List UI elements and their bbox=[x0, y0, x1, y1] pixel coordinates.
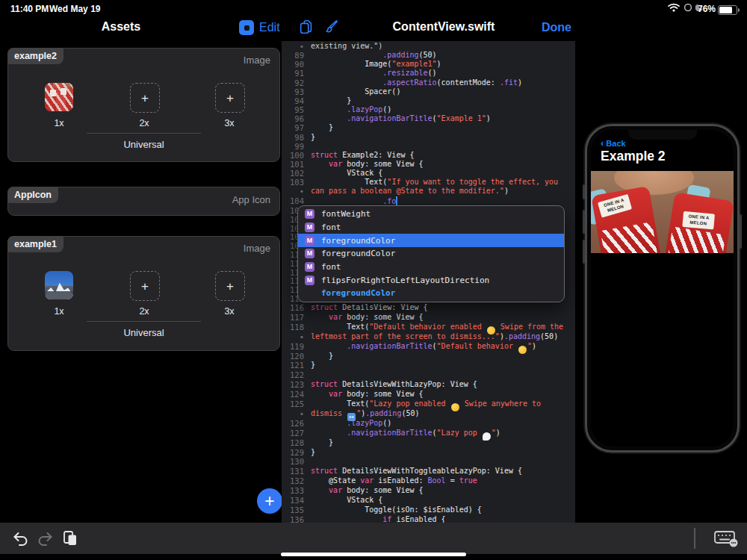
code-line[interactable]: 89 .padding(50) bbox=[282, 51, 575, 60]
autocomplete-item[interactable]: MfontWeight bbox=[298, 208, 564, 221]
asset-slot-2x[interactable]: + bbox=[130, 271, 160, 301]
method-badge-icon: M bbox=[305, 209, 314, 219]
code-text: var body: some View { bbox=[311, 390, 424, 399]
scale-label-2x: 2x bbox=[116, 118, 173, 128]
code-line[interactable]: 122 bbox=[282, 370, 575, 379]
code-line[interactable]: 135 Toggle(isOn: $isEnabled) { bbox=[282, 505, 575, 514]
autocomplete-item[interactable]: MforegroundColor bbox=[298, 247, 564, 261]
code-line[interactable]: 134 VStack { bbox=[282, 496, 575, 505]
duplicate-icon[interactable] bbox=[298, 19, 314, 35]
asset-card-example1[interactable]: example1 Image + + 1x 2x 3x Universal bbox=[7, 236, 280, 351]
home-indicator[interactable] bbox=[281, 553, 466, 556]
code-line[interactable]: 99 bbox=[282, 142, 575, 151]
code-line[interactable]: •existing view.") bbox=[282, 42, 575, 51]
line-number: 89 bbox=[282, 51, 304, 60]
divider bbox=[87, 321, 201, 322]
code-line[interactable]: 103 Text("If you want to toggle the effe… bbox=[282, 178, 575, 187]
code-line[interactable]: 90 Image("example1") bbox=[282, 60, 575, 69]
line-number: 103 bbox=[282, 178, 304, 187]
code-line[interactable]: 129} bbox=[282, 448, 575, 457]
autocomplete-item[interactable]: Mfont bbox=[298, 221, 564, 234]
line-number: 129 bbox=[282, 448, 304, 457]
autocomplete-label: flipsForRightToLeftLayoutDirection bbox=[321, 276, 489, 285]
code-line[interactable]: 101 var body: some View { bbox=[282, 160, 575, 169]
line-number: 90 bbox=[282, 60, 304, 69]
preview-back-button[interactable]: ‹Back bbox=[601, 137, 626, 149]
code-text: VStack { bbox=[311, 169, 382, 178]
edit-button[interactable]: Edit bbox=[259, 21, 280, 34]
line-number: 102 bbox=[282, 169, 304, 178]
add-asset-button[interactable]: + bbox=[257, 488, 282, 514]
autocomplete-item[interactable]: Mfont bbox=[298, 261, 564, 274]
wrap-marker: • bbox=[282, 187, 304, 196]
code-line[interactable]: 92 .aspectRatio(contentMode: .fit) bbox=[282, 78, 575, 87]
asset-thumb-1x[interactable] bbox=[45, 271, 73, 299]
code-text: can pass a boolean @State to the modifie… bbox=[311, 187, 509, 196]
plus-icon: + bbox=[264, 491, 274, 511]
code-line[interactable]: 132 @State var isEnabled: Bool = true bbox=[282, 476, 575, 485]
line-number: 99 bbox=[282, 142, 304, 151]
asset-slot-3x[interactable]: + bbox=[215, 271, 245, 301]
code-line[interactable]: 104 .fo bbox=[282, 196, 575, 205]
code-line[interactable]: 121} bbox=[282, 361, 575, 370]
code-line[interactable]: •can pass a boolean @State to the modifi… bbox=[282, 187, 575, 196]
paste-icon[interactable] bbox=[61, 529, 79, 547]
code-text: .navigationBarTitle("Lazy pop 💬") bbox=[311, 429, 500, 438]
code-line[interactable]: 136 if isEnabled { bbox=[282, 515, 575, 523]
asset-thumb-1x[interactable] bbox=[45, 83, 73, 111]
asset-card-appicon[interactable]: AppIcon App Icon bbox=[7, 187, 280, 216]
status-date: Wed May 19 bbox=[49, 4, 100, 14]
code-line[interactable]: 123struct DetailsViewWithLazyPop: View { bbox=[282, 380, 575, 389]
asset-catalog-mode-button[interactable] bbox=[239, 20, 254, 35]
code-line[interactable]: 127 .navigationBarTitle("Lazy pop 💬") bbox=[282, 429, 575, 438]
done-button[interactable]: Done bbox=[542, 21, 571, 34]
autocomplete-item[interactable]: MforegroundColor bbox=[298, 234, 564, 247]
right-sneaker: ONE IN A MELON bbox=[664, 192, 734, 253]
keyboard-icon[interactable] bbox=[713, 529, 739, 548]
undo-icon[interactable] bbox=[12, 529, 30, 547]
asset-slot-2x[interactable]: + bbox=[130, 83, 160, 113]
file-title: ContentView.swift bbox=[393, 20, 495, 34]
code-text: } bbox=[311, 361, 315, 370]
code-line[interactable]: •leftmost part of the screen to dismiss.… bbox=[282, 332, 575, 341]
plus-icon: + bbox=[226, 280, 234, 293]
code-text: Text("If you want to toggle the effect, … bbox=[311, 178, 558, 187]
code-line[interactable]: 91 .resizable() bbox=[282, 69, 575, 78]
line-number: 91 bbox=[282, 69, 304, 78]
code-line[interactable]: 128 } bbox=[282, 438, 575, 447]
line-number: 135 bbox=[282, 505, 304, 514]
code-line[interactable]: 117 var body: some View { bbox=[282, 313, 575, 322]
battery-percent: 76% bbox=[698, 4, 716, 14]
code-line[interactable]: 119 .navigationBarTitle("Default behavio… bbox=[282, 342, 575, 351]
line-number: 101 bbox=[282, 160, 304, 169]
live-preview-panel: ‹Back Example 2 ONE IN A MELON ONE IN A … bbox=[575, 41, 747, 523]
code-line[interactable]: 130 bbox=[282, 457, 575, 466]
code-line[interactable]: 131struct DetailsViewWithToggleableLazyP… bbox=[282, 467, 575, 476]
code-line[interactable]: 100struct Example2: View { bbox=[282, 151, 575, 160]
code-line[interactable]: 102 VStack { bbox=[282, 169, 575, 178]
redo-icon[interactable] bbox=[36, 529, 54, 547]
autocomplete-item[interactable]: MflipsForRightToLeftLayoutDirection bbox=[298, 273, 564, 287]
code-line[interactable]: 126 .lazyPop() bbox=[282, 419, 575, 428]
code-line[interactable]: 93 Spacer() bbox=[282, 87, 575, 96]
code-line[interactable]: 96 .navigationBarTitle("Example 1") bbox=[282, 114, 575, 123]
code-text: struct DetailsView: View { bbox=[311, 303, 428, 312]
code-editor[interactable]: •existing view.")89 .padding(50)90 Image… bbox=[282, 41, 575, 523]
code-line[interactable]: 120 } bbox=[282, 352, 575, 361]
code-line[interactable]: 125 Text("Lazy pop enabled 😄 Swipe anywh… bbox=[282, 399, 575, 408]
code-line[interactable]: 94 } bbox=[282, 96, 575, 105]
paintbrush-icon[interactable] bbox=[323, 19, 339, 35]
code-line[interactable]: 124 var body: some View { bbox=[282, 390, 575, 399]
code-line[interactable]: 95 .lazyPop() bbox=[282, 105, 575, 114]
code-text: .navigationBarTitle("Example 1") bbox=[311, 114, 491, 123]
code-line[interactable]: •dismiss ↔️").padding(50) bbox=[282, 409, 575, 418]
asset-card-example2[interactable]: example2 Image + + 1x 2x 3x Universal bbox=[7, 48, 280, 162]
code-line[interactable]: 97 } bbox=[282, 123, 575, 132]
code-line[interactable]: 116struct DetailsView: View { bbox=[282, 303, 575, 312]
asset-slot-3x[interactable]: + bbox=[215, 83, 245, 113]
code-line[interactable]: 133 var body: some View { bbox=[282, 486, 575, 495]
preview-title: Example 2 bbox=[601, 149, 666, 164]
code-line[interactable]: 98} bbox=[282, 133, 575, 142]
code-line[interactable]: 118 Text("Default behavior enabled 🥺 Swi… bbox=[282, 323, 575, 332]
autocomplete-popup: MfontWeightMfontMforegroundColorMforegro… bbox=[297, 205, 565, 302]
